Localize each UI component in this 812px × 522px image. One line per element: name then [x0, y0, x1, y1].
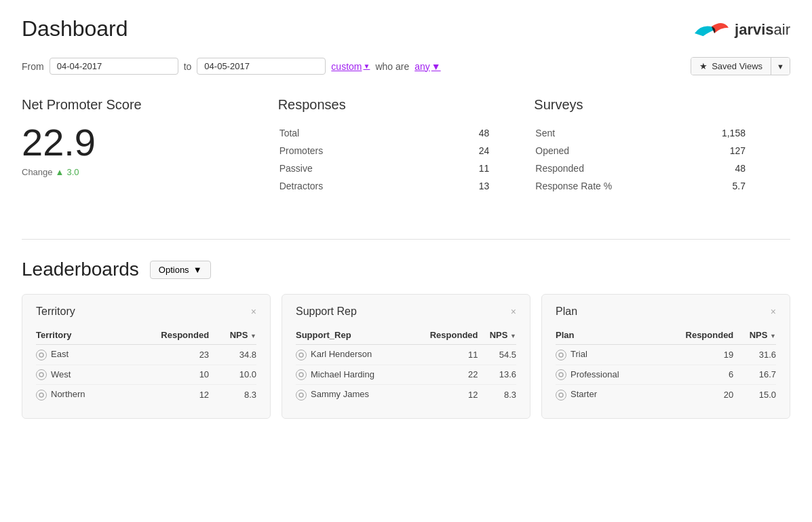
board-table: Support_Rep Responded NPS ▼ Karl Henders…: [296, 326, 516, 405]
board-cell-nps: 16.7: [733, 365, 776, 385]
saved-views-caret[interactable]: ▼: [771, 58, 790, 75]
board-col-nps[interactable]: NPS ▼: [209, 326, 256, 345]
board-cell-responded: 23: [123, 345, 209, 365]
nps-value: 22.9: [22, 124, 256, 162]
options-button[interactable]: Options ▼: [150, 261, 211, 279]
surveys-row: Response Rate %5.7: [535, 178, 767, 194]
board-row: Karl Henderson 11 54.5: [296, 345, 516, 365]
leaderboards-title: Leaderboards: [22, 259, 139, 280]
board-col-responded: Responded: [657, 326, 733, 345]
board-col-name: Support_Rep: [296, 326, 409, 345]
page-title: Dashboard: [22, 16, 128, 41]
response-value: 24: [413, 143, 511, 159]
svg-point-0: [39, 353, 43, 357]
from-date-input[interactable]: [50, 58, 178, 75]
row-icon: [296, 390, 307, 400]
board-cell-nps: 15.0: [733, 385, 776, 405]
board-cell-nps: 31.6: [733, 345, 776, 365]
survey-label: Sent: [535, 125, 680, 141]
board-card-title: Territory: [36, 305, 75, 318]
response-label: Promoters: [279, 143, 412, 159]
stats-row: Net Promoter Score 22.9 Change ▲ 3.0 Res…: [22, 97, 790, 217]
close-icon[interactable]: ×: [771, 306, 776, 317]
audience-dropdown[interactable]: any ▼: [414, 61, 440, 72]
response-label: Passive: [279, 160, 412, 176]
period-dropdown[interactable]: custom ▼: [331, 61, 370, 72]
board-row: Starter 20 15.0: [556, 385, 776, 405]
row-icon: [36, 350, 47, 360]
board-cell-name: Trial: [556, 345, 657, 365]
nps-title: Net Promoter Score: [22, 97, 256, 113]
responses-row: Promoters24: [279, 143, 511, 159]
logo-icon: [691, 16, 732, 43]
board-row: Trial 19 31.6: [556, 345, 776, 365]
svg-point-4: [299, 373, 303, 377]
board-card: Plan × Plan Responded NPS ▼ Trial 19 31.…: [541, 294, 790, 419]
svg-point-3: [299, 353, 303, 357]
who-label: who are: [375, 61, 409, 72]
board-col-nps[interactable]: NPS ▼: [478, 326, 516, 345]
board-cell-nps: 8.3: [209, 385, 256, 405]
saved-views-button[interactable]: ★ Saved Views ▼: [691, 57, 790, 75]
board-cell-name: West: [36, 365, 123, 385]
board-card-header: Plan ×: [556, 305, 776, 318]
saved-views-main[interactable]: ★ Saved Views: [691, 58, 771, 75]
board-col-nps[interactable]: NPS ▼: [733, 326, 776, 345]
board-cell-name: East: [36, 345, 123, 365]
board-row: Professional 6 16.7: [556, 365, 776, 385]
close-icon[interactable]: ×: [511, 306, 516, 317]
to-date-input[interactable]: [197, 58, 326, 75]
board-cell-name: Sammy James: [296, 385, 409, 405]
board-cell-name: Northern: [36, 385, 123, 405]
row-icon: [296, 350, 307, 360]
surveys-row: Responded48: [535, 160, 767, 176]
board-cell-responded: 12: [123, 385, 209, 405]
close-icon[interactable]: ×: [251, 306, 256, 317]
board-card: Territory × Territory Responded NPS ▼ Ea…: [22, 294, 271, 419]
survey-value: 5.7: [681, 178, 767, 194]
nps-change-arrow: ▲: [56, 167, 64, 177]
board-col-name: Territory: [36, 326, 123, 345]
board-cell-nps: 13.6: [478, 365, 516, 385]
svg-point-2: [39, 393, 43, 397]
svg-point-7: [559, 373, 563, 377]
board-row: Sammy James 12 8.3: [296, 385, 516, 405]
board-card-title: Plan: [556, 305, 577, 318]
divider: [22, 239, 790, 240]
board-cell-responded: 22: [409, 365, 478, 385]
surveys-row: Opened127: [535, 143, 767, 159]
responses-row: Passive11: [279, 160, 511, 176]
board-col-name: Plan: [556, 326, 657, 345]
svg-point-1: [39, 373, 43, 377]
from-label: From: [22, 61, 44, 72]
board-cell-name: Starter: [556, 385, 657, 405]
surveys-title: Surveys: [534, 97, 769, 113]
survey-label: Opened: [535, 143, 680, 159]
responses-row: Detractors13: [279, 178, 511, 194]
survey-value: 1,158: [681, 125, 767, 141]
response-label: Detractors: [279, 178, 412, 194]
board-cell-responded: 12: [409, 385, 478, 405]
logo: jarvisair: [691, 16, 790, 43]
board-col-responded: Responded: [409, 326, 478, 345]
board-card: Support Rep × Support_Rep Responded NPS …: [282, 294, 530, 419]
response-value: 11: [413, 160, 511, 176]
survey-label: Response Rate %: [535, 178, 680, 194]
boards-row: Territory × Territory Responded NPS ▼ Ea…: [22, 294, 790, 419]
board-col-responded: Responded: [123, 326, 209, 345]
row-icon: [296, 369, 307, 380]
survey-label: Responded: [535, 160, 680, 176]
board-row: East 23 34.8: [36, 345, 256, 365]
filter-bar: From to custom ▼ who are any ▼ ★ Saved V…: [22, 57, 790, 75]
nps-change-value: 3.0: [66, 167, 79, 177]
responses-table: Total48Promoters24Passive11Detractors13: [278, 124, 513, 195]
board-card-header: Territory ×: [36, 305, 256, 318]
leaderboards-header: Leaderboards Options ▼: [22, 259, 790, 280]
row-icon: [36, 390, 47, 400]
board-row: Northern 12 8.3: [36, 385, 256, 405]
response-value: 48: [413, 125, 511, 141]
svg-point-5: [299, 393, 303, 397]
surveys-table: Sent1,158Opened127Responded48Response Ra…: [534, 124, 769, 195]
nps-change: Change ▲ 3.0: [22, 167, 256, 177]
board-cell-responded: 10: [123, 365, 209, 385]
